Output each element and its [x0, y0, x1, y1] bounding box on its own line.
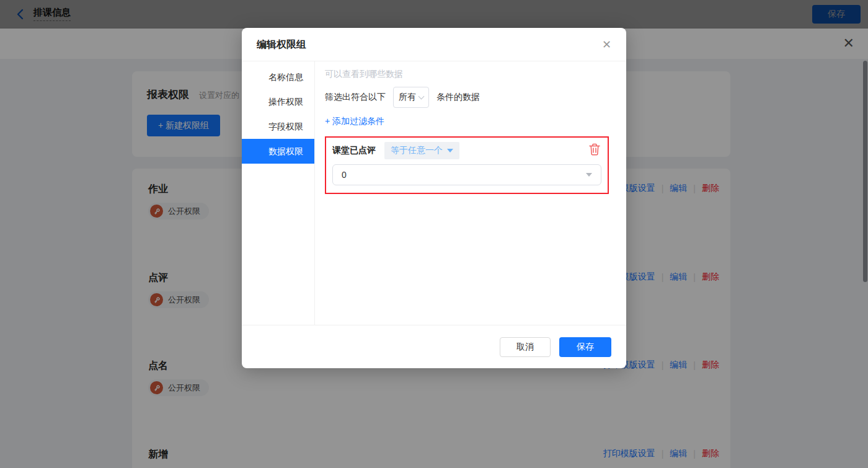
- delete-condition-icon[interactable]: [589, 143, 600, 156]
- data-visibility-hint: 可以查看到哪些数据: [325, 69, 609, 80]
- match-mode-value: 所有: [399, 92, 416, 103]
- tab-data-permissions[interactable]: 数据权限: [242, 139, 314, 164]
- modal-title: 编辑权限组: [257, 39, 306, 50]
- condition-operator-value: 等于任意一个: [391, 145, 443, 156]
- add-filter-condition-link[interactable]: + 添加过滤条件: [325, 116, 384, 127]
- chevron-down-icon: [447, 149, 453, 152]
- save-button[interactable]: 保存: [559, 337, 611, 357]
- modal-sidebar: 名称信息 操作权限 字段权限 数据权限: [242, 61, 315, 325]
- filter-prefix-label: 筛选出符合以下: [325, 92, 386, 103]
- modal-content: 可以查看到哪些数据 筛选出符合以下 所有 条件的数据 + 添加过滤条件 课堂已点…: [315, 61, 626, 325]
- match-mode-select[interactable]: 所有: [393, 87, 429, 108]
- modal-footer: 取消 保存: [242, 325, 626, 368]
- condition-value: 0: [342, 170, 347, 180]
- tab-name-info[interactable]: 名称信息: [242, 64, 314, 89]
- condition-highlight-box: 课堂已点评 等于任意一个 0: [325, 136, 609, 194]
- condition-field-label: 课堂已点评: [332, 145, 376, 156]
- chevron-down-icon: [586, 173, 592, 177]
- filter-suffix-label: 条件的数据: [436, 92, 480, 103]
- edit-permission-group-modal: 编辑权限组 ✕ 名称信息 操作权限 字段权限 数据权限 可以查看到哪些数据 筛选…: [242, 28, 626, 368]
- filter-match-row: 筛选出符合以下 所有 条件的数据: [325, 87, 609, 108]
- condition-value-select[interactable]: 0: [332, 164, 601, 185]
- cancel-button[interactable]: 取消: [500, 337, 551, 357]
- tab-field-permissions[interactable]: 字段权限: [242, 114, 314, 139]
- chevron-down-icon: [418, 93, 425, 99]
- modal-close-icon[interactable]: ✕: [602, 28, 611, 61]
- condition-operator-dropdown[interactable]: 等于任意一个: [384, 142, 459, 159]
- tab-operation-permissions[interactable]: 操作权限: [242, 89, 314, 114]
- modal-header: 编辑权限组 ✕: [242, 28, 626, 61]
